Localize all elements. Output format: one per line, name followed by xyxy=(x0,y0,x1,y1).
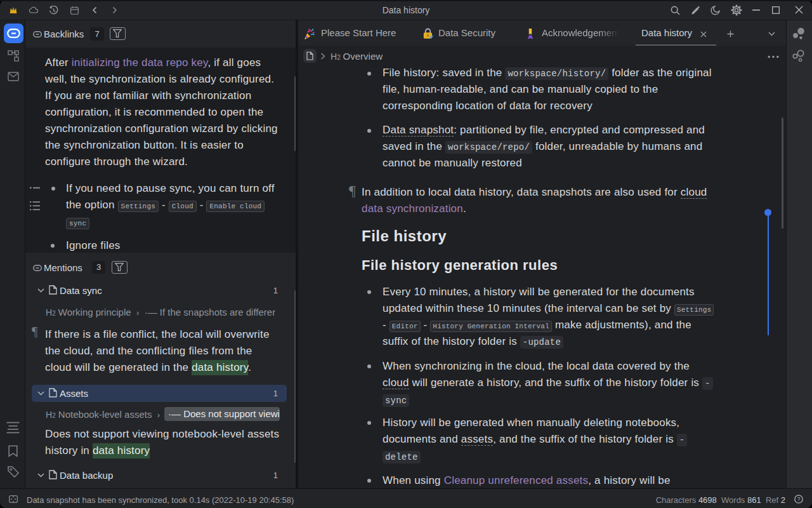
svg-text:?: ? xyxy=(797,496,800,502)
